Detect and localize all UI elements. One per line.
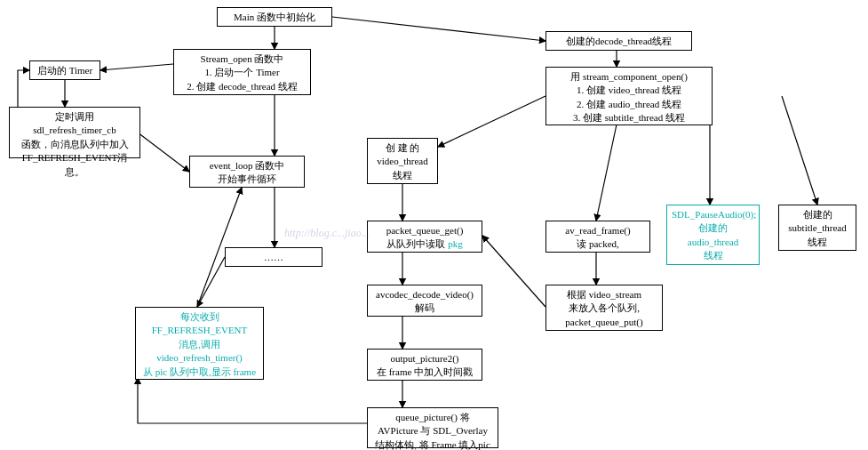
box-video-stream-queue: 根据 video_stream来放入各个队列,packet_queue_put(… — [545, 285, 663, 331]
svg-line-12 — [596, 125, 617, 221]
box-main-init: Main 函数中初始化 — [217, 7, 332, 27]
svg-line-21 — [197, 257, 225, 307]
diagram: Main 函数中初始化 启动的 Timer Stream_open 函数中1. … — [0, 0, 868, 450]
box-video-thread-created: 创 建 的video_thread线程 — [367, 138, 438, 184]
svg-line-11 — [782, 96, 817, 205]
watermark: http://blog.c...jiao... — [284, 227, 370, 240]
box-dots: …… — [225, 247, 323, 267]
box-refresh-event: 每次收到FF_REFRESH_EVENT消息,调用video_refresh_t… — [135, 307, 264, 380]
box-av-read-frame: av_read_frame()读 packed, — [545, 221, 650, 253]
box-stream-open: Stream_open 函数中1. 启动一个 Timer2. 创建 decode… — [173, 49, 311, 95]
box-timer-callback: 定时调用 sdl_refresh_timer_cb函数，向消息队列中加入FF_R… — [9, 107, 140, 158]
box-queue-picture: queue_picture() 将AVPicture 与 SDL_Overlay… — [367, 407, 498, 448]
box-sdl-pause: SDL_PauseAudio(0);创建的audio_thread线程 — [666, 205, 760, 265]
box-subtitle-thread: 创建的subtitle_thread线程 — [778, 205, 856, 251]
box-event-loop: event_loop 函数中开始事件循环 — [189, 156, 305, 188]
box-timer-started: 启动的 Timer — [29, 60, 100, 80]
svg-line-4 — [332, 17, 545, 41]
svg-line-19 — [482, 236, 545, 307]
svg-line-7 — [138, 133, 189, 172]
box-stream-component-open: 用 stream_component_open()1. 创建 video_thr… — [545, 67, 713, 125]
box-packet-queue-get: packet_queue_get()从队列中读取 pkg — [367, 221, 482, 253]
box-avcodec-decode: avcodec_decode_video()解码 — [367, 285, 482, 317]
box-decode-thread-created: 创建的decode_thread线程 — [545, 31, 692, 51]
svg-line-9 — [438, 96, 545, 147]
box-output-picture: output_picture2()在 frame 中加入时间戳 — [367, 349, 482, 381]
svg-line-5 — [100, 64, 173, 70]
